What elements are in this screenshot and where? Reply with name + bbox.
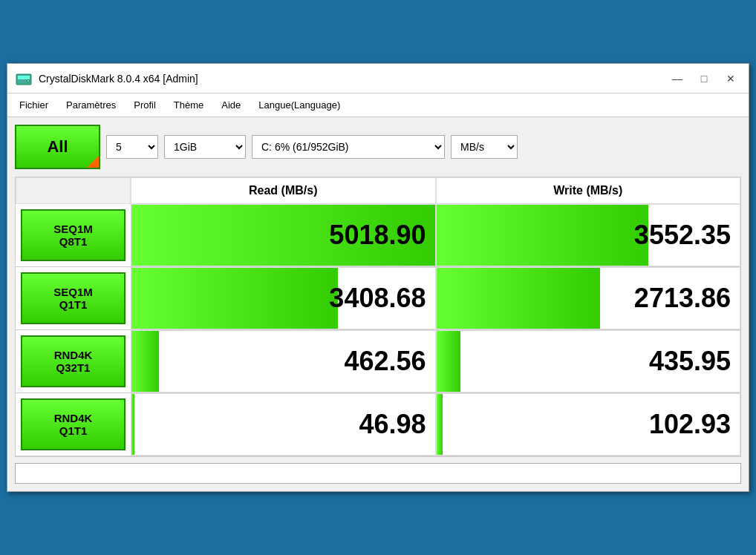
write-value: 102.93 bbox=[649, 409, 737, 440]
header-label bbox=[16, 177, 131, 204]
size-select[interactable]: 1GiB 512MiB 2GiB bbox=[164, 135, 246, 159]
title-bar: CrystalDiskMark 8.0.4 x64 [Admin] — □ ✕ bbox=[7, 64, 749, 93]
read-value: 5018.90 bbox=[329, 220, 431, 251]
row-label: RND4K Q1T1 bbox=[21, 398, 126, 450]
header-read: Read (MB/s) bbox=[131, 177, 436, 204]
status-bar bbox=[15, 463, 741, 484]
window-title: CrystalDiskMark 8.0.4 x64 [Admin] bbox=[39, 73, 198, 85]
all-button[interactable]: All bbox=[15, 125, 100, 169]
window-controls: — □ ✕ bbox=[667, 70, 741, 87]
table-row: SEQ1M Q1T13408.682713.86 bbox=[16, 267, 740, 330]
drive-select[interactable]: C: 6% (61/952GiB) bbox=[252, 135, 445, 159]
read-cell: 5018.90 bbox=[131, 204, 436, 266]
menu-bar: Fichier Paramètres Profil Thème Aide Lan… bbox=[7, 93, 749, 117]
menu-langue[interactable]: Langue(Language) bbox=[251, 96, 348, 114]
row-label: SEQ1M Q8T1 bbox=[21, 209, 126, 261]
svg-rect-1 bbox=[18, 76, 30, 79]
menu-profil[interactable]: Profil bbox=[126, 96, 163, 114]
minimize-button[interactable]: — bbox=[667, 70, 688, 87]
write-value: 435.95 bbox=[649, 346, 737, 377]
app-window: CrystalDiskMark 8.0.4 x64 [Admin] — □ ✕ … bbox=[7, 63, 749, 492]
write-value: 2713.86 bbox=[634, 283, 737, 314]
read-value: 3408.68 bbox=[329, 283, 431, 314]
app-icon bbox=[15, 70, 33, 88]
runs-select[interactable]: 5 1 3 9 bbox=[106, 135, 158, 159]
write-cell: 102.93 bbox=[436, 393, 741, 456]
table-rows: SEQ1M Q8T15018.903552.35SEQ1M Q1T13408.6… bbox=[16, 204, 740, 456]
menu-aide[interactable]: Aide bbox=[214, 96, 248, 114]
table-row: RND4K Q32T1462.56435.95 bbox=[16, 330, 740, 393]
table-row: SEQ1M Q8T15018.903552.35 bbox=[16, 204, 740, 267]
close-button[interactable]: ✕ bbox=[720, 70, 741, 87]
unit-select[interactable]: MB/s GB/s IOPS μs bbox=[451, 135, 518, 159]
svg-point-3 bbox=[27, 80, 29, 82]
read-value: 46.98 bbox=[359, 409, 431, 440]
write-cell: 2713.86 bbox=[436, 267, 741, 329]
menu-parametres[interactable]: Paramètres bbox=[59, 96, 123, 114]
row-label: SEQ1M Q1T1 bbox=[21, 272, 126, 324]
content-area: All 5 1 3 9 1GiB 512MiB 2GiB C: 6% (61/9… bbox=[7, 117, 749, 491]
row-label: RND4K Q32T1 bbox=[21, 335, 126, 387]
read-cell: 462.56 bbox=[131, 330, 436, 393]
write-cell: 435.95 bbox=[436, 330, 741, 393]
read-value: 462.56 bbox=[344, 346, 431, 377]
read-cell: 46.98 bbox=[131, 393, 436, 456]
write-cell: 3552.35 bbox=[436, 204, 741, 266]
title-bar-left: CrystalDiskMark 8.0.4 x64 [Admin] bbox=[15, 70, 198, 88]
maximize-button[interactable]: □ bbox=[694, 70, 714, 87]
write-value: 3552.35 bbox=[634, 220, 737, 251]
table-header: Read (MB/s) Write (MB/s) bbox=[16, 177, 740, 204]
header-write: Write (MB/s) bbox=[436, 177, 741, 204]
menu-fichier[interactable]: Fichier bbox=[12, 96, 56, 114]
results-table: Read (MB/s) Write (MB/s) SEQ1M Q8T15018.… bbox=[15, 177, 741, 457]
table-row: RND4K Q1T146.98102.93 bbox=[16, 393, 740, 456]
read-cell: 3408.68 bbox=[131, 267, 436, 329]
toolbar: All 5 1 3 9 1GiB 512MiB 2GiB C: 6% (61/9… bbox=[15, 125, 741, 169]
menu-theme[interactable]: Thème bbox=[166, 96, 211, 114]
